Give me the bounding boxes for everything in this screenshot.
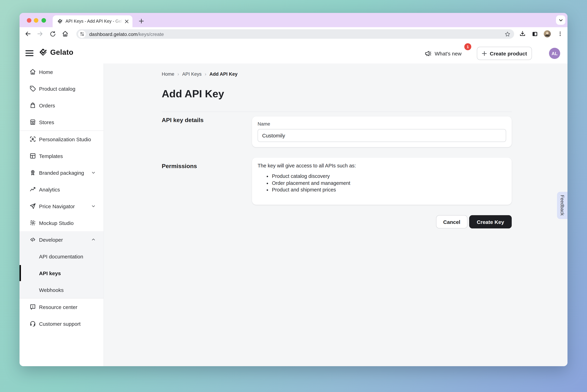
- tab-title: API Keys - Add API Key - Gela: [65, 19, 123, 24]
- portrait-frame-icon: [29, 136, 36, 143]
- sidebar-item-label: API documentation: [39, 253, 83, 259]
- sidebar-item-label: API keys: [39, 270, 61, 276]
- permission-item: Product catalog discovery: [272, 173, 506, 180]
- sidebar-item-developer[interactable]: Developer: [19, 231, 103, 248]
- tab-search-button[interactable]: [556, 15, 566, 25]
- side-panel-icon[interactable]: [531, 30, 539, 38]
- whats-new-button[interactable]: What's new: [425, 48, 462, 59]
- breadcrumb: Home › API Keys › Add API Key: [162, 71, 568, 77]
- name-field-label: Name: [258, 121, 506, 126]
- trend-up-icon: [29, 186, 36, 193]
- form-actions: Cancel Create Key: [252, 215, 512, 228]
- window-minimize-button[interactable]: [34, 18, 38, 22]
- url-path: /keys/create: [137, 31, 164, 37]
- window-close-button[interactable]: [27, 18, 31, 22]
- sidebar-item-api-documentation[interactable]: API documentation: [19, 248, 103, 265]
- feedback-label: Feedback: [560, 195, 565, 216]
- sidebar-item-label: Webhooks: [39, 287, 64, 293]
- url-host: dashboard.gelato.com: [89, 31, 137, 37]
- tab-close-icon[interactable]: [123, 18, 130, 24]
- sidebar-item-mockup-studio[interactable]: Mockup Studio: [19, 214, 103, 231]
- permission-item: Product and shipment prices: [272, 186, 506, 194]
- api-key-name-input[interactable]: [258, 129, 506, 142]
- site-settings-icon[interactable]: [78, 30, 86, 38]
- create-key-button[interactable]: Create Key: [469, 215, 512, 228]
- brand-name: Gelato: [50, 48, 73, 56]
- sidebar-item-label: Product catalog: [39, 86, 75, 92]
- browser-tab[interactable]: API Keys - Add API Key - Gela: [53, 15, 132, 27]
- sidebar-item-label: Branded packaging: [39, 170, 84, 176]
- award-icon: [29, 169, 36, 176]
- sidebar-item-label: Resource center: [39, 304, 77, 310]
- breadcrumb-home-link[interactable]: Home: [162, 71, 174, 76]
- sidebar-item-personalization-studio[interactable]: Personalization Studio: [19, 131, 103, 148]
- sidebar-item-label: Personalization Studio: [39, 136, 91, 142]
- sidebar-item-label: Home: [39, 69, 53, 75]
- sidebar-item-api-keys[interactable]: API keys: [19, 265, 103, 282]
- sidebar: Home Product catalog Orders Stores: [19, 64, 104, 366]
- sidebar-item-product-catalog[interactable]: Product catalog: [19, 80, 103, 97]
- gelato-logo-icon: [39, 48, 47, 56]
- megaphone-icon: [425, 50, 432, 57]
- chevron-down-icon: [91, 204, 96, 208]
- permissions-intro: The key will give access to all APIs suc…: [258, 163, 506, 168]
- browser-tab-strip: API Keys - Add API Key - Gela: [19, 13, 568, 27]
- url-text: dashboard.gelato.com/keys/create: [89, 31, 164, 37]
- tag-icon: [29, 85, 36, 92]
- sidebar-item-label: Customer support: [39, 321, 80, 326]
- sidebar-developer-group: Developer API documentation API keys Web…: [19, 231, 103, 298]
- account-avatar[interactable]: AL: [549, 48, 560, 59]
- sidebar-item-label: Price Navigator: [39, 203, 75, 209]
- window-zoom-button[interactable]: [41, 18, 46, 22]
- brand-logo[interactable]: Gelato: [39, 48, 73, 56]
- sidebar-item-label: Mockup Studio: [39, 220, 73, 226]
- sidebar-item-customer-support[interactable]: Customer support: [19, 315, 103, 332]
- permissions-list: Product catalog discovery Order placemen…: [258, 173, 506, 194]
- permission-item: Order placement and management: [272, 180, 506, 186]
- sidebar-item-orders[interactable]: Orders: [19, 97, 103, 114]
- main-content: Home › API Keys › Add API Key Add API Ke…: [104, 64, 568, 366]
- sidebar-item-home[interactable]: Home: [19, 64, 103, 80]
- info-bubble-icon: [29, 304, 36, 310]
- chevron-up-icon: [91, 237, 96, 242]
- sidebar-item-webhooks[interactable]: Webhooks: [19, 282, 103, 298]
- frame-dashed-icon: [29, 219, 36, 226]
- back-icon[interactable]: [24, 30, 32, 38]
- home-icon: [29, 68, 36, 75]
- cancel-button[interactable]: Cancel: [436, 215, 468, 228]
- gelato-favicon-icon: [57, 18, 63, 24]
- page-title: Add API Key: [162, 88, 568, 100]
- storefront-icon: [29, 118, 36, 126]
- code-icon: [29, 236, 36, 243]
- permissions-card: The key will give access to all APIs suc…: [252, 158, 512, 205]
- bookmark-star-icon[interactable]: [504, 31, 511, 37]
- headset-icon: [29, 320, 36, 327]
- url-bar[interactable]: dashboard.gelato.com/keys/create: [76, 29, 514, 39]
- shopping-bag-icon: [29, 102, 36, 109]
- home-toolbar-icon[interactable]: [61, 30, 69, 38]
- send-icon: [29, 203, 36, 210]
- new-tab-button[interactable]: [137, 16, 146, 26]
- chevron-right-icon: ›: [205, 71, 206, 77]
- create-product-button[interactable]: Create product: [477, 47, 532, 60]
- menu-hamburger-icon[interactable]: [25, 49, 33, 57]
- desktop: API Keys - Add API Key - Gela: [0, 0, 587, 392]
- chevron-down-icon: [91, 170, 96, 175]
- breadcrumb-api-keys-link[interactable]: API Keys: [182, 71, 201, 76]
- breadcrumb-current: Add API Key: [209, 71, 238, 76]
- browser-profile-avatar[interactable]: [544, 30, 551, 38]
- section-label-permissions: Permissions: [162, 163, 252, 170]
- sidebar-item-price-navigator[interactable]: Price Navigator: [19, 198, 103, 214]
- sidebar-item-resource-center[interactable]: Resource center: [19, 298, 103, 315]
- forward-icon[interactable]: [36, 30, 44, 38]
- sidebar-item-stores[interactable]: Stores: [19, 114, 103, 130]
- sidebar-item-templates[interactable]: Templates: [19, 148, 103, 164]
- sidebar-item-label: Developer: [39, 237, 63, 242]
- reload-icon[interactable]: [49, 30, 56, 38]
- sidebar-item-branded-packaging[interactable]: Branded packaging: [19, 164, 103, 181]
- download-icon[interactable]: [519, 30, 526, 38]
- sidebar-item-label: Templates: [39, 153, 63, 159]
- feedback-tab[interactable]: Feedback: [557, 192, 568, 219]
- sidebar-item-analytics[interactable]: Analytics: [19, 181, 103, 198]
- browser-menu-icon[interactable]: [556, 30, 564, 38]
